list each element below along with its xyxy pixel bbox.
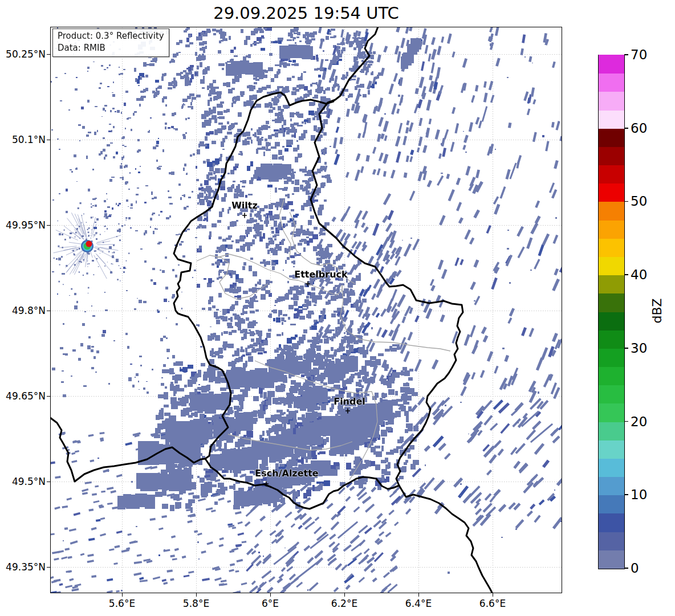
x-tick-label: 6.4°E: [405, 598, 432, 609]
colorbar-cell: [599, 385, 624, 404]
figure-title: 29.09.2025 19:54 UTC: [50, 3, 562, 23]
colorbar-tick: [624, 348, 628, 349]
x-tick-mark: [493, 593, 493, 597]
colorbar-cell: [599, 238, 624, 257]
colorbar-tick-label: 0: [631, 561, 639, 576]
y-tick-mark: [47, 396, 50, 397]
colorbar-cell: [599, 74, 624, 92]
y-tick-label: 50.1°N: [1, 134, 46, 145]
colorbar-tick: [624, 568, 628, 569]
product-info-line1: Product: 0.3° Reflectivity: [58, 30, 164, 42]
product-info-line2: Data: RMIB: [58, 42, 164, 54]
x-tick-mark: [418, 593, 419, 597]
x-tick-mark: [344, 593, 345, 597]
city-label: Wiltz: [231, 200, 258, 211]
city-label: Findel: [334, 396, 365, 407]
x-tick-label: 6.6°E: [479, 598, 506, 609]
x-tick-label: 5.6°E: [109, 598, 135, 609]
colorbar-cell: [599, 128, 624, 147]
colorbar-tick-label: 10: [631, 487, 647, 502]
colorbar-tick-label: 30: [631, 341, 647, 356]
y-tick-mark: [47, 140, 50, 140]
colorbar-cell: [599, 165, 624, 183]
colorbar-tick: [624, 128, 628, 129]
y-tick-mark: [47, 482, 50, 482]
colorbar-tick-label: 50: [631, 194, 647, 209]
colorbar-cell: [599, 348, 624, 367]
colorbar-cell: [599, 403, 624, 422]
colorbar-cell: [599, 256, 624, 275]
y-tick-label: 49.35°N: [1, 561, 46, 573]
y-tick-mark: [47, 225, 50, 226]
y-tick-label: 49.5°N: [1, 476, 46, 487]
x-tick-mark: [122, 593, 123, 597]
colorbar-tick-label: 20: [631, 414, 647, 429]
colorbar-cell: [599, 110, 624, 129]
y-tick-label: 49.95°N: [1, 219, 46, 231]
x-tick-mark: [196, 593, 197, 597]
colorbar-cell: [599, 422, 624, 440]
colorbar-axis-label: dBZ: [650, 298, 664, 323]
x-tick-label: 6.2°E: [331, 598, 357, 609]
colorbar-cell: [599, 202, 624, 221]
colorbar-cell: [599, 550, 624, 569]
y-tick-mark: [47, 54, 50, 55]
colorbar-cell: [599, 440, 624, 459]
y-tick-label: 49.65°N: [1, 390, 46, 402]
y-tick-label: 50.25°N: [1, 48, 46, 60]
x-tick-label: 5.8°E: [183, 598, 209, 609]
colorbar-cell: [599, 477, 624, 496]
city-label: Ettelbruck: [294, 269, 347, 280]
colorbar-cell: [599, 293, 624, 312]
colorbar-tick: [624, 54, 628, 55]
radar-map-canvas: [50, 27, 562, 593]
colorbar-cell: [599, 458, 624, 477]
colorbar-cell: [599, 55, 624, 74]
y-tick-mark: [47, 311, 50, 311]
colorbar-cell: [599, 92, 624, 111]
y-tick-mark: [47, 567, 50, 568]
colorbar-cell: [599, 513, 624, 532]
colorbar-cell: [599, 275, 624, 294]
x-tick-mark: [270, 593, 271, 597]
colorbar-cell: [599, 146, 624, 165]
colorbar-cell: [599, 330, 624, 349]
colorbar-cell: [599, 532, 624, 550]
colorbar-tick-label: 70: [631, 47, 647, 62]
colorbar-cell: [599, 495, 624, 514]
city-label: Esch/Alzette: [255, 468, 318, 479]
colorbar-tick: [624, 421, 628, 422]
colorbar-cell: [599, 220, 624, 239]
colorbar: [598, 55, 625, 569]
colorbar-tick: [624, 201, 628, 202]
colorbar-tick-label: 60: [631, 121, 647, 136]
y-tick-label: 49.8°N: [1, 305, 46, 316]
product-info-box: Product: 0.3° Reflectivity Data: RMIB: [52, 28, 169, 57]
colorbar-cell: [599, 183, 624, 202]
x-tick-label: 6°E: [262, 598, 279, 609]
colorbar-cell: [599, 312, 624, 331]
colorbar-cell: [599, 366, 624, 385]
colorbar-tick: [624, 274, 628, 275]
radar-figure: { "title": "29.09.2025 19:54 UTC", "info…: [0, 0, 675, 616]
colorbar-tick-label: 40: [631, 267, 647, 282]
colorbar-tick: [624, 494, 628, 495]
